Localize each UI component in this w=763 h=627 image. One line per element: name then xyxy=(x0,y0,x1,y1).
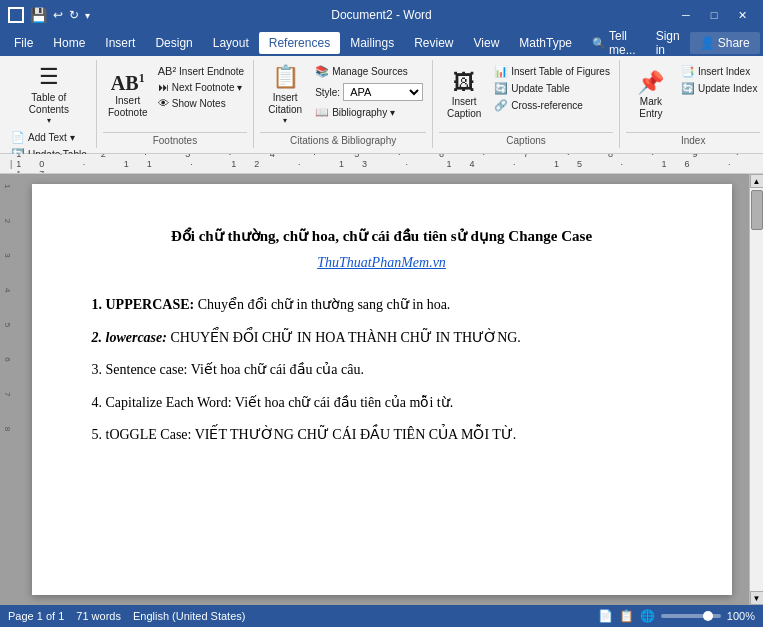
menu-mathtype[interactable]: MathType xyxy=(509,32,582,54)
toc-group-content: ☰ Table ofContents ▾ 📄 Add Text ▾ 🔄 Upda… xyxy=(8,62,90,162)
doc-page-wrapper[interactable]: Đổi chữ thường, chữ hoa, chữ cái đầu tiê… xyxy=(14,174,749,605)
list-item: 4. Capitalize Each Word: Viết hoa chữ cá… xyxy=(92,392,672,414)
title-bar: 💾 ↩ ↻ ▾ Document2 - Word ─ □ ✕ xyxy=(0,0,763,30)
list-item: 3. Sentence case: Viết hoa chữ cái đầu c… xyxy=(92,359,672,381)
manage-label: Manage Sources xyxy=(332,66,408,77)
insert-citation-button[interactable]: 📋 InsertCitation ▾ xyxy=(260,62,310,128)
ruler-marker: | xyxy=(10,159,12,169)
insert-figures-button[interactable]: 📊 Insert Table of Figures xyxy=(491,64,613,79)
insert-index-label: Insert Index xyxy=(698,66,750,77)
menu-file[interactable]: File xyxy=(4,32,43,54)
caption-icon: 🖼 xyxy=(453,70,475,96)
index-group-content: 📌 MarkEntry 📑 Insert Index 🔄 Update Inde… xyxy=(626,62,761,132)
close-button[interactable]: ✕ xyxy=(729,5,755,25)
insert-index-button[interactable]: 📑 Insert Index xyxy=(678,64,761,79)
footnotes-group-title: Footnotes xyxy=(103,132,247,146)
menu-insert[interactable]: Insert xyxy=(95,32,145,54)
menu-tellme[interactable]: 🔍 Tell me... xyxy=(582,32,646,54)
scroll-thumb[interactable] xyxy=(751,190,763,230)
menu-design[interactable]: Design xyxy=(145,32,202,54)
add-text-label: Add Text ▾ xyxy=(28,132,75,143)
window-controls: ─ □ ✕ xyxy=(673,5,755,25)
minimize-button[interactable]: ─ xyxy=(673,5,699,25)
menu-layout[interactable]: Layout xyxy=(203,32,259,54)
mark-entry-button[interactable]: 📌 MarkEntry xyxy=(626,62,676,128)
toc-icon: ☰ xyxy=(39,64,59,90)
menu-view[interactable]: View xyxy=(464,32,510,54)
citations-group-content: 📋 InsertCitation ▾ 📚 Manage Sources Styl… xyxy=(260,62,426,132)
doc-subtitle: ThuThuatPhanMem.vn xyxy=(92,252,672,274)
document-area: 1 2 3 4 5 6 7 8 Đổi chữ thường, chữ hoa,… xyxy=(0,174,763,605)
window-title: Document2 - Word xyxy=(90,8,673,22)
crossref-label: Cross-reference xyxy=(511,100,583,111)
next-footnote-button[interactable]: ⏭ Next Footnote ▾ xyxy=(155,80,247,94)
captions-group-title: Captions xyxy=(439,132,613,146)
toc-label: Table ofContents xyxy=(29,92,69,116)
ribbon: ☰ Table ofContents ▾ 📄 Add Text ▾ 🔄 Upda… xyxy=(0,56,763,154)
show-notes-icon: 👁 xyxy=(158,97,169,109)
citation-label: InsertCitation xyxy=(268,92,302,116)
list-item: 1. UPPERCASE: Chuyển đổi chữ in thường s… xyxy=(92,294,672,316)
mark-entry-label: MarkEntry xyxy=(639,96,662,120)
page-info: Page 1 of 1 xyxy=(8,610,64,622)
update-index-icon: 🔄 xyxy=(681,82,695,95)
menu-share[interactable]: 👤 Share xyxy=(690,32,760,54)
doc-page: Đổi chữ thường, chữ hoa, chữ cái đầu tiê… xyxy=(32,184,732,595)
manage-sources-button[interactable]: 📚 Manage Sources xyxy=(312,64,426,79)
endnote-label: Insert Endnote xyxy=(179,66,244,77)
menu-home[interactable]: Home xyxy=(43,32,95,54)
insert-footnote-button[interactable]: AB1 InsertFootnote xyxy=(103,62,153,128)
citations-group-title: Citations & Bibliography xyxy=(260,132,426,146)
doc-title: Đổi chữ thường, chữ hoa, chữ cái đầu tiê… xyxy=(92,224,672,248)
update-fig-label: Update Table xyxy=(511,83,570,94)
menu-review[interactable]: Review xyxy=(404,32,463,54)
quick-save[interactable]: 💾 xyxy=(30,7,47,23)
style-dropdown[interactable]: APA MLA Chicago xyxy=(343,83,423,101)
menu-mailings[interactable]: Mailings xyxy=(340,32,404,54)
zoom-thumb[interactable] xyxy=(703,611,713,621)
scroll-up-button[interactable]: ▲ xyxy=(750,174,764,188)
manage-icon: 📚 xyxy=(315,65,329,78)
view-layout-icon[interactable]: 📋 xyxy=(619,609,634,623)
ruler: | 1 · 2 · 3 · 4 · 5 · 6 · 7 · 8 · 9 · 10… xyxy=(0,154,763,174)
cross-reference-button[interactable]: 🔗 Cross-reference xyxy=(491,98,613,113)
show-notes-button[interactable]: 👁 Show Notes xyxy=(155,96,247,110)
zoom-slider[interactable] xyxy=(661,614,721,618)
menu-references[interactable]: References xyxy=(259,32,340,54)
group-captions: 🖼 InsertCaption 📊 Insert Table of Figure… xyxy=(433,60,620,148)
redo-button[interactable]: ↻ xyxy=(69,8,79,22)
add-text-button[interactable]: 📄 Add Text ▾ xyxy=(8,130,90,145)
status-left: Page 1 of 1 71 words English (United Sta… xyxy=(8,610,245,622)
undo-button[interactable]: ↩ xyxy=(53,8,63,22)
next-fn-label: Next Footnote ▾ xyxy=(172,82,243,93)
table-of-contents-button[interactable]: ☰ Table ofContents ▾ xyxy=(24,62,74,128)
vertical-ruler: 1 2 3 4 5 6 7 8 xyxy=(0,174,14,605)
group-footnotes: AB1 InsertFootnote AB² Insert Endnote ⏭ … xyxy=(97,60,254,148)
vertical-scrollbar[interactable]: ▲ ▼ xyxy=(749,174,763,605)
ruler-inner: | 1 · 2 · 3 · 4 · 5 · 6 · 7 · 8 · 9 · 10… xyxy=(10,154,763,174)
insert-caption-button[interactable]: 🖼 InsertCaption xyxy=(439,62,489,128)
toc-arrow: ▾ xyxy=(47,116,51,125)
bibliography-button[interactable]: 📖 Bibliography ▾ xyxy=(312,105,426,120)
index-group-title: Index xyxy=(626,132,761,146)
footnote-label: InsertFootnote xyxy=(108,95,147,119)
group-index: 📌 MarkEntry 📑 Insert Index 🔄 Update Inde… xyxy=(620,60,763,148)
item1-bold: 1. UPPERCASE: xyxy=(92,297,195,312)
item2-bold: 2. lowercase: xyxy=(92,330,167,345)
scroll-down-button[interactable]: ▼ xyxy=(750,591,764,605)
footnotes-group-content: AB1 InsertFootnote AB² Insert Endnote ⏭ … xyxy=(103,62,247,132)
menu-signin[interactable]: Sign in xyxy=(646,32,690,54)
mark-entry-icon: 📌 xyxy=(637,70,664,96)
restore-button[interactable]: □ xyxy=(701,5,727,25)
view-normal-icon[interactable]: 📄 xyxy=(598,609,613,623)
zoom-level: 100% xyxy=(727,610,755,622)
status-right: 📄 📋 🌐 100% xyxy=(598,609,755,623)
style-label: Style: xyxy=(315,87,340,98)
view-web-icon[interactable]: 🌐 xyxy=(640,609,655,623)
update-index-button[interactable]: 🔄 Update Index xyxy=(678,81,761,96)
style-select-row: Style: APA MLA Chicago xyxy=(312,82,426,102)
insert-endnote-button[interactable]: AB² Insert Endnote xyxy=(155,64,247,78)
update-figures-button[interactable]: 🔄 Update Table xyxy=(491,81,613,96)
endnote-icon: AB² xyxy=(158,65,176,77)
figures-label: Insert Table of Figures xyxy=(511,66,610,77)
